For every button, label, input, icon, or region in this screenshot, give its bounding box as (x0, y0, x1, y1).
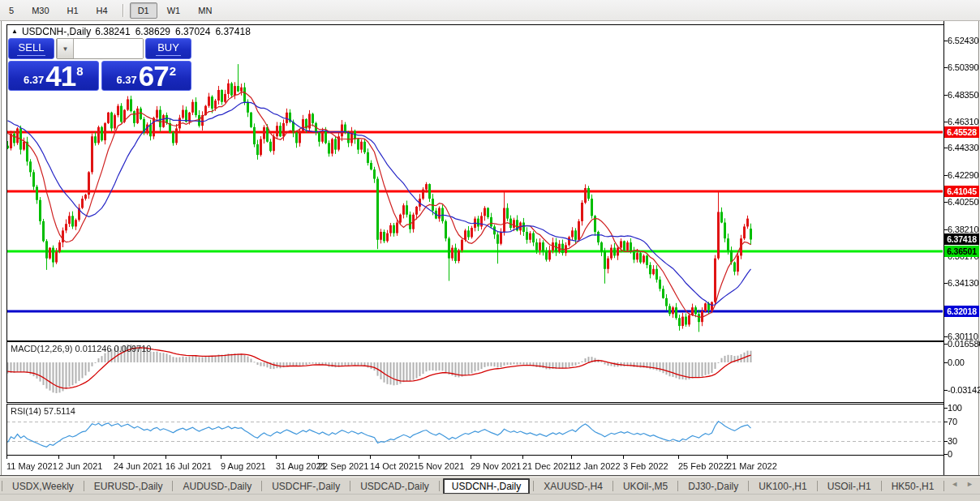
tab-usoil-h1[interactable]: USOil-,H1 (819, 479, 879, 494)
rsi-caption: RSI(14) 57.5114 (11, 406, 75, 416)
tab-scroll-buttons: ◄ ► (951, 480, 974, 488)
ohlc-low: 6.37024 (175, 26, 210, 37)
macd-axis-label: 0.016586 (948, 339, 980, 349)
tab-usdcnh-daily[interactable]: USDCNH-,Daily (443, 478, 530, 495)
sell-button[interactable]: SELL (8, 38, 54, 59)
macd-axis-label: -0.031421 (948, 385, 980, 395)
date-label: 3 Feb 2022 (623, 461, 668, 471)
date-label: 29 Nov 2021 (471, 461, 521, 471)
timeframe-d1[interactable]: D1 (130, 2, 157, 19)
sell-price-prefix: 6.37 (24, 74, 44, 86)
price-badge: 6.37418 (944, 233, 979, 245)
tab-separator (172, 481, 173, 491)
tab-scroll-left-icon[interactable]: ◄ (951, 480, 958, 488)
price-tick-label: 6.40250 (948, 197, 978, 207)
arrow-down-icon: ▼ (62, 45, 69, 53)
tab-audusd-daily[interactable]: AUDUSD-,Daily (174, 479, 260, 494)
trade-panel-prices: 6.37 41 8 6.37 67 2 (8, 61, 191, 91)
date-label: 21 Dec 2021 (522, 461, 573, 471)
price-tick-label: 6.46310 (948, 117, 978, 126)
tab-separator (677, 481, 678, 491)
rsi-axis-label: 100 (948, 403, 962, 413)
timeframe-w1[interactable]: W1 (159, 2, 189, 19)
buy-price-pip: 2 (170, 64, 176, 78)
tab-separator (439, 481, 440, 491)
ohlc-open: 6.38241 (95, 26, 130, 37)
price-badge: 6.41045 (944, 186, 979, 197)
buy-price-box[interactable]: 6.37 67 2 (101, 61, 192, 91)
rsi-axis-label: 30 (948, 436, 957, 446)
macd-axis-label: 0.00 (948, 358, 965, 367)
chart-title: ▲ USDCNH-,Daily 6.38241 6.38629 6.37024 … (11, 26, 251, 37)
date-label: 2 Jun 2021 (58, 461, 102, 471)
tab-hk50-h1[interactable]: HK50-,H1 (883, 479, 943, 494)
volume-input[interactable] (74, 39, 144, 58)
sell-price-big: 41 (45, 65, 75, 88)
tab-scroll-right-icon[interactable]: ► (966, 480, 974, 488)
volume-spinner: ▼ ▲ (56, 38, 144, 59)
timeframe-h4[interactable]: H4 (88, 2, 116, 19)
volume-decrease-button[interactable]: ▼ (57, 39, 74, 58)
tab-separator (748, 481, 749, 491)
sell-price-pip: 8 (76, 64, 83, 78)
date-label: 24 Jun 2021 (114, 461, 163, 471)
chart-symbol-label: USDCNH-,Daily (22, 26, 91, 37)
date-label: 25 Feb 2022 (678, 461, 729, 471)
tab-separator (350, 481, 350, 491)
price-tick-label: 6.38210 (948, 225, 978, 234)
tab-separator (84, 481, 84, 491)
date-label: 5 Nov 2021 (419, 461, 464, 471)
tab-uk100-h1[interactable]: UK100-,H1 (750, 479, 815, 494)
tab-eurusd-daily[interactable]: EURUSD-,Daily (86, 479, 171, 494)
chart-tab-bar: USDX,WeeklyEURUSD-,DailyAUDUSD-,DailyUSD… (0, 477, 980, 495)
status-strip (0, 494, 980, 501)
tab-ukoil-m5[interactable]: UKOil-,M5 (615, 479, 676, 494)
price-tick-label: 6.42290 (948, 170, 978, 180)
price-tick-label: 6.44330 (948, 143, 978, 152)
timeframe-toolbar: 5M30H1H4D1W1MN (0, 0, 980, 21)
date-label: 21 Mar 2022 (727, 461, 777, 471)
timeframe-h1[interactable]: H1 (59, 2, 87, 19)
sell-price-box[interactable]: 6.37 41 8 (8, 61, 99, 91)
price-tick-label: 6.34130 (948, 278, 978, 288)
price-tick-label: 6.52430 (948, 36, 978, 45)
date-label: 12 Jan 2022 (571, 461, 621, 471)
chart-ohlc-values: 6.38241 6.38629 6.37024 6.37418 (95, 26, 251, 37)
trade-panel-controls: SELL ▼ ▲ BUY (8, 38, 191, 59)
ohlc-close: 6.37418 (215, 26, 250, 37)
buy-button[interactable]: BUY (145, 38, 191, 59)
timeframe-mn[interactable]: MN (190, 2, 220, 19)
tab-xauusd-h4[interactable]: XAUUSD-,H4 (535, 479, 611, 494)
price-badge: 6.45528 (944, 126, 979, 138)
price-tick-label: 6.48350 (948, 90, 978, 100)
rsi-axis-label: 70 (948, 417, 957, 426)
buy-price-big: 67 (139, 65, 169, 88)
buy-price-prefix: 6.37 (116, 74, 136, 86)
one-click-trade-panel: SELL ▼ ▲ BUY 6.37 41 8 6.37 67 2 (8, 38, 191, 91)
tab-separator (612, 481, 613, 491)
date-label: 14 Oct 2021 (370, 461, 419, 471)
tab-usdchf-daily[interactable]: USDCHF-,Daily (264, 479, 348, 494)
price-tick-label: 6.50390 (948, 62, 978, 72)
timeframe-5[interactable]: 5 (1, 2, 22, 19)
price-badge: 6.36501 (944, 246, 979, 257)
collapse-panel-icon[interactable]: ▲ (11, 28, 18, 35)
tab-dj30-daily[interactable]: DJ30-,Daily (680, 479, 746, 494)
timeframe-m30[interactable]: M30 (24, 2, 57, 19)
tab-usdx-weekly[interactable]: USDX,Weekly (4, 479, 82, 494)
tab-separator (533, 481, 534, 491)
ohlc-high: 6.38629 (135, 26, 170, 37)
toolbar-separator (122, 4, 123, 17)
macd-caption: MACD(12,26,9) 0.011246 0.009710 (11, 344, 151, 353)
date-label: 16 Jul 2021 (165, 461, 212, 471)
tab-separator (881, 481, 882, 491)
tab-separator (943, 481, 944, 491)
tab-separator (261, 481, 262, 491)
date-label: 9 Aug 2021 (221, 461, 266, 471)
tab-separator (817, 481, 818, 491)
price-badge: 6.32018 (944, 306, 979, 317)
date-label: 22 Sep 2021 (318, 461, 368, 471)
rsi-axis-label: 0 (948, 449, 952, 459)
tab-usdcad-daily[interactable]: USDCAD-,Daily (352, 479, 437, 494)
date-label: 11 May 2021 (6, 461, 58, 471)
